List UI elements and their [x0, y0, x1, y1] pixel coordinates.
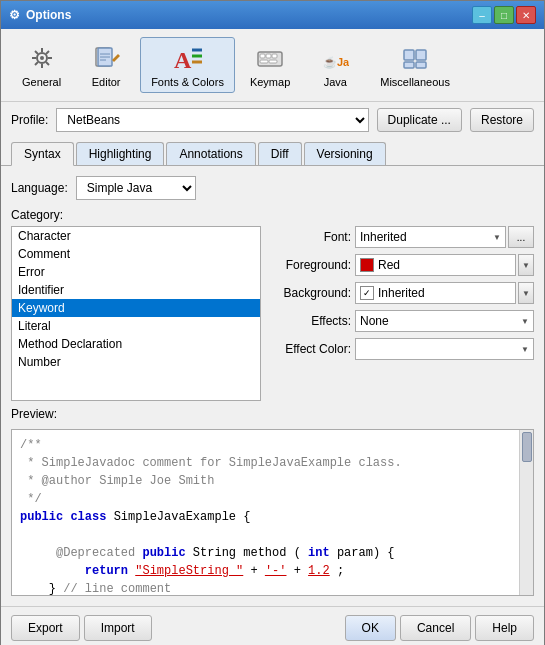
toolbar-general[interactable]: General: [11, 37, 72, 93]
preview-area: /** * SimpleJavadoc comment for SimpleJa…: [12, 430, 533, 595]
code-line-4: */: [20, 490, 525, 508]
tab-syntax[interactable]: Syntax: [11, 142, 74, 166]
effects-row: Effects: None ▼: [271, 310, 534, 332]
ok-button[interactable]: OK: [345, 615, 396, 641]
background-value-text: Inherited: [378, 286, 425, 300]
profile-label: Profile:: [11, 113, 48, 127]
options-window: ⚙ Options – □ ✕: [0, 0, 545, 645]
foreground-dropdown[interactable]: Red: [355, 254, 516, 276]
language-label: Language:: [11, 181, 68, 195]
effects-arrow: ▼: [521, 317, 529, 326]
category-error[interactable]: Error: [12, 263, 260, 281]
effect-color-dropdown[interactable]: ▼: [355, 338, 534, 360]
background-label: Background:: [271, 286, 351, 300]
category-number[interactable]: Number: [12, 353, 260, 371]
close-button[interactable]: ✕: [516, 6, 536, 24]
preview-container: /** * SimpleJavadoc comment for SimpleJa…: [11, 429, 534, 596]
foreground-dropdown-arrow[interactable]: ▼: [518, 254, 534, 276]
effects-dropdown[interactable]: None ▼: [355, 310, 534, 332]
background-checkbox: ✓: [360, 286, 374, 300]
cancel-button[interactable]: Cancel: [400, 615, 471, 641]
code-line-3: * @author Simple Joe Smith: [20, 472, 525, 490]
svg-text:☕Java: ☕Java: [323, 55, 349, 69]
font-browse-button[interactable]: ...: [508, 226, 534, 248]
toolbar-editor[interactable]: Editor: [76, 37, 136, 93]
svg-rect-25: [269, 60, 277, 63]
font-value: Inherited ▼ ...: [355, 226, 534, 248]
svg-line-6: [35, 51, 38, 54]
svg-rect-23: [272, 54, 277, 58]
effect-color-value-text: [360, 342, 363, 356]
category-comment[interactable]: Comment: [12, 245, 260, 263]
preview-scrollbar[interactable]: [519, 430, 533, 595]
code-line-1: /**: [20, 436, 525, 454]
code-line-6: [20, 526, 525, 544]
code-line-9: } // line comment: [20, 580, 525, 595]
background-dropdown-arrow[interactable]: ▼: [518, 282, 534, 304]
main-area: Character Comment Error Identifier Keywo…: [11, 226, 534, 401]
tab-versioning[interactable]: Versioning: [304, 142, 386, 165]
svg-rect-30: [416, 62, 426, 68]
editor-icon: [90, 42, 122, 74]
toolbar-java[interactable]: ☕Java Java: [305, 37, 365, 93]
restore-button[interactable]: Restore: [470, 108, 534, 132]
background-dropdown[interactable]: ✓ Inherited: [355, 282, 516, 304]
background-value: ✓ Inherited ▼: [355, 282, 534, 304]
toolbar-keymap[interactable]: Keymap: [239, 37, 301, 93]
language-row: Language: Simple Java: [11, 176, 534, 200]
effect-color-value: ▼: [355, 338, 534, 360]
font-dropdown[interactable]: Inherited ▼: [355, 226, 506, 248]
language-select[interactable]: Simple Java: [76, 176, 196, 200]
fonts-colors-label: Fonts & Colors: [151, 76, 224, 88]
footer-right: OK Cancel Help: [345, 615, 534, 641]
tab-highlighting[interactable]: Highlighting: [76, 142, 165, 165]
minimize-button[interactable]: –: [472, 6, 492, 24]
foreground-value-text: Red: [378, 258, 400, 272]
svg-marker-15: [112, 54, 120, 62]
foreground-row: Foreground: Red ▼: [271, 254, 534, 276]
svg-rect-28: [416, 50, 426, 60]
category-identifier[interactable]: Identifier: [12, 281, 260, 299]
effects-value: None ▼: [355, 310, 534, 332]
category-character[interactable]: Character: [12, 227, 260, 245]
editor-label: Editor: [92, 76, 121, 88]
preview-section: Preview: /** * SimpleJavadoc comment for…: [11, 407, 534, 596]
profile-select[interactable]: NetBeans: [56, 108, 368, 132]
svg-line-8: [46, 51, 49, 54]
export-button[interactable]: Export: [11, 615, 80, 641]
category-list-container: Character Comment Error Identifier Keywo…: [11, 226, 261, 401]
tab-annotations[interactable]: Annotations: [166, 142, 255, 165]
category-keyword[interactable]: Keyword: [12, 299, 260, 317]
tab-diff[interactable]: Diff: [258, 142, 302, 165]
general-label: General: [22, 76, 61, 88]
svg-text:A: A: [174, 47, 192, 73]
miscellaneous-label: Miscellaneous: [380, 76, 450, 88]
preview-scrollbar-thumb[interactable]: [522, 432, 532, 462]
category-literal[interactable]: Literal: [12, 317, 260, 335]
code-line-7: @Deprecated public String method ( int p…: [20, 544, 525, 562]
category-method-declaration[interactable]: Method Declaration: [12, 335, 260, 353]
dropdown-arrow: ▼: [493, 233, 501, 242]
keymap-icon: [254, 42, 286, 74]
import-button[interactable]: Import: [84, 615, 152, 641]
code-line-8: return "SimpleString " + '-' + 1.2 ;: [20, 562, 525, 580]
category-list[interactable]: Character Comment Error Identifier Keywo…: [11, 226, 261, 401]
profile-bar: Profile: NetBeans Duplicate ... Restore: [1, 102, 544, 138]
preview-label: Preview:: [11, 407, 534, 421]
svg-rect-21: [260, 54, 265, 58]
miscellaneous-icon: [399, 42, 431, 74]
title-bar-left: ⚙ Options: [9, 8, 71, 22]
foreground-label: Foreground:: [271, 258, 351, 272]
toolbar-fonts-colors[interactable]: A Fonts & Colors: [140, 37, 235, 93]
effect-color-row: Effect Color: ▼: [271, 338, 534, 360]
tabs: Syntax Highlighting Annotations Diff Ver…: [1, 138, 544, 166]
effect-color-arrow: ▼: [521, 345, 529, 354]
toolbar-miscellaneous[interactable]: Miscellaneous: [369, 37, 461, 93]
duplicate-button[interactable]: Duplicate ...: [377, 108, 462, 132]
font-value-text: Inherited: [360, 230, 407, 244]
content-area: Language: Simple Java Category: Characte…: [1, 166, 544, 606]
help-button[interactable]: Help: [475, 615, 534, 641]
svg-point-1: [40, 56, 44, 60]
footer: Export Import OK Cancel Help: [1, 606, 544, 645]
maximize-button[interactable]: □: [494, 6, 514, 24]
